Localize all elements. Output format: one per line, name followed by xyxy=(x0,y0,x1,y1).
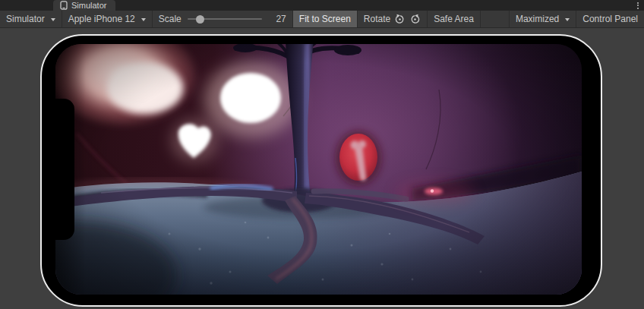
window-mode-value: Maximized xyxy=(516,14,559,24)
simulator-menu-dropdown[interactable]: Simulator xyxy=(0,11,62,27)
notch xyxy=(55,99,74,240)
simulator-menu-label: Simulator xyxy=(6,14,45,24)
control-panel-label: Control Panel xyxy=(582,14,638,24)
device-screen[interactable] xyxy=(55,44,582,295)
chevron-down-icon xyxy=(565,18,570,21)
device-select-dropdown[interactable]: Apple iPhone 12 xyxy=(62,11,153,27)
tab-simulator[interactable]: Simulator xyxy=(53,0,115,11)
safe-area-label: Safe Area xyxy=(434,14,474,24)
vignette xyxy=(55,44,582,295)
scale-value: 27 xyxy=(268,14,286,24)
scale-slider[interactable] xyxy=(188,11,262,27)
scale-slider-thumb[interactable] xyxy=(196,15,204,24)
scale-control: Scale 27 xyxy=(153,11,293,27)
fit-to-screen-button[interactable]: Fit to Screen xyxy=(293,11,358,27)
device-frame xyxy=(40,34,602,307)
rotate-group: Rotate xyxy=(358,11,428,27)
chevron-down-icon xyxy=(141,18,146,21)
safe-area-button[interactable]: Safe Area xyxy=(428,11,481,27)
tab-title: Simulator xyxy=(71,1,106,10)
fit-to-screen-label: Fit to Screen xyxy=(299,14,351,24)
simulator-viewport xyxy=(0,28,644,309)
simulator-window: Simulator Simulator Apple iPhone 12 Scal… xyxy=(0,0,644,309)
game-scene[interactable] xyxy=(55,44,582,295)
device-select-value: Apple iPhone 12 xyxy=(68,14,135,24)
scale-label: Scale xyxy=(159,14,182,24)
window-mode-dropdown[interactable]: Maximized xyxy=(510,11,576,27)
smartphone-icon xyxy=(60,1,68,10)
control-panel-button[interactable]: Control Panel xyxy=(576,11,644,27)
simulator-toolbar: Simulator Apple iPhone 12 Scale 27 Fit t… xyxy=(0,11,644,28)
toolbar-spacer xyxy=(481,11,510,27)
rotate-clockwise-icon[interactable] xyxy=(394,14,406,25)
tab-bar: Simulator xyxy=(0,0,644,11)
rotate-counterclockwise-icon[interactable] xyxy=(409,14,421,25)
kebab-menu-icon[interactable] xyxy=(632,0,644,11)
rotate-label: Rotate xyxy=(364,14,390,24)
chevron-down-icon xyxy=(51,18,55,21)
